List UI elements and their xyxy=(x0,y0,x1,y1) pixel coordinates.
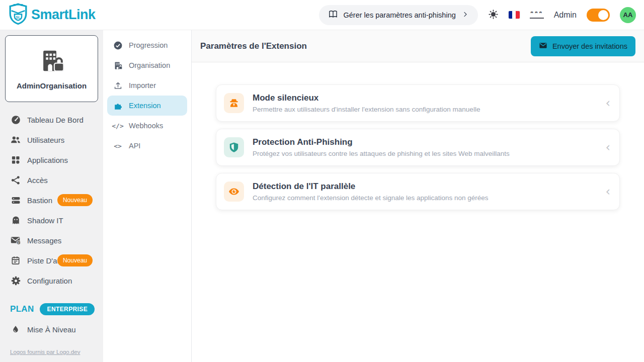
subnav-item-label: API xyxy=(129,142,140,150)
plan-row: PLAN ENTERPRISE xyxy=(5,299,98,319)
sidebar-item-label: Accès xyxy=(27,176,48,185)
sidebar-item-tableau-de-bord[interactable]: Tableau De Bord xyxy=(5,110,98,130)
organization-card[interactable]: AdminOrganisation xyxy=(5,35,98,102)
page-title: Paramètres de l'Extension xyxy=(200,41,307,51)
sidebar-item-label: Utilisateurs xyxy=(27,136,64,144)
sidebar-item-label: Bastion xyxy=(27,196,52,205)
french-flag-icon xyxy=(509,11,520,19)
droplet-icon xyxy=(10,324,21,335)
admin-mode-toggle[interactable] xyxy=(587,9,610,22)
shield-icon xyxy=(224,137,244,157)
subnav-item-label: Organisation xyxy=(129,61,170,69)
sidebar-item-configuration[interactable]: Configuration xyxy=(5,270,98,291)
subnav-item-organisation[interactable]: Organisation xyxy=(107,55,187,75)
send-invitations-label: Envoyer des invitations xyxy=(552,42,627,50)
puzzle-icon xyxy=(113,101,123,111)
send-invitations-button[interactable]: Envoyer des invitations xyxy=(531,36,635,56)
gear-icon xyxy=(10,275,21,286)
sidebar-nav: Tableau De Bord Utilisateurs xyxy=(5,110,98,291)
sidebar-item-acces[interactable]: Accès xyxy=(5,170,98,190)
primary-sidebar: AdminOrganisation Tableau De Bord xyxy=(0,30,103,362)
card-protection-anti-phishing[interactable]: Protection Anti-Phishing Protégez vos ut… xyxy=(216,129,620,166)
svg-text:@: @ xyxy=(17,241,20,244)
main-panel: Paramètres de l'Extension Envoyer des in… xyxy=(192,30,644,362)
share-icon xyxy=(10,174,21,186)
smartlink-logo[interactable]: SL SmartLink xyxy=(8,3,96,27)
toggle-knob xyxy=(598,10,608,20)
sidebar-item-piste-audit[interactable]: Piste D'audit Nouveau xyxy=(5,250,98,270)
nouveau-badge: Nouveau xyxy=(57,194,93,206)
upload-icon xyxy=(113,80,123,90)
subnav-item-label: Extension xyxy=(129,102,161,110)
settings-card-list: Mode silencieux Permettre aux utilisateu… xyxy=(192,62,644,362)
eye-icon xyxy=(224,182,244,202)
top-header: SL SmartLink Gérer les paramètres anti-p… xyxy=(0,0,644,30)
ghost-icon xyxy=(10,215,21,226)
password-menu-button[interactable]: *** xyxy=(530,8,544,22)
envelope-icon xyxy=(539,41,547,51)
server-icon xyxy=(10,195,21,206)
main-header: Paramètres de l'Extension Envoyer des in… xyxy=(192,30,644,62)
sidebar-item-label: Mise À Niveau xyxy=(27,325,76,334)
angle-brackets-icon: <> xyxy=(113,141,123,151)
grid-icon xyxy=(10,154,21,165)
card-description: Permettre aux utilisateurs d'installer l… xyxy=(253,106,605,113)
nouveau-badge: Nouveau xyxy=(57,254,93,266)
language-flag-button[interactable] xyxy=(509,8,520,22)
subnav-item-api[interactable]: <> API xyxy=(107,136,187,156)
card-mode-silencieux[interactable]: Mode silencieux Permettre aux utilisateu… xyxy=(216,84,620,122)
admin-label: Admin xyxy=(554,11,577,20)
sidebar-item-bastion[interactable]: Bastion Nouveau xyxy=(5,190,98,210)
chevron-right-icon xyxy=(461,11,469,20)
gauge-icon xyxy=(10,114,21,125)
subnav-item-webhooks[interactable]: </> Webhooks xyxy=(107,116,187,136)
mail-at-icon: @ xyxy=(10,235,21,246)
sidebar-item-mise-a-niveau[interactable]: Mise À Niveau xyxy=(5,319,98,339)
subnav-item-extension[interactable]: Extension xyxy=(107,96,187,116)
sidebar-item-label: Messages xyxy=(27,236,61,245)
sun-icon xyxy=(488,9,499,21)
sidebar-item-applications[interactable]: Applications xyxy=(5,150,98,170)
users-icon xyxy=(10,134,21,145)
subnav-item-progression[interactable]: Progression xyxy=(107,35,187,55)
card-description: Configurez comment l'extension détecte e… xyxy=(253,194,605,202)
spy-icon xyxy=(224,93,244,113)
card-title: Mode silencieux xyxy=(253,93,605,103)
plan-label: PLAN xyxy=(10,304,34,314)
sidebar-item-utilisateurs[interactable]: Utilisateurs xyxy=(5,130,98,150)
open-book-icon xyxy=(328,9,338,21)
svg-text:SL: SL xyxy=(16,15,21,20)
shield-sl-logo-icon: SL xyxy=(8,3,28,27)
card-title: Protection Anti-Phishing xyxy=(253,137,605,147)
sidebar-item-label: Applications xyxy=(27,156,68,164)
sidebar-item-messages[interactable]: @ Messages xyxy=(5,230,98,250)
card-detection-it-parallele[interactable]: Détection de l'IT parallèle Configurez c… xyxy=(216,173,620,210)
card-description: Protégez vos utilisateurs contre les att… xyxy=(253,150,605,157)
sidebar-item-label: Shadow IT xyxy=(27,216,63,225)
subnav-item-label: Importer xyxy=(129,81,156,89)
logo-credit-link[interactable]: Logos fournis par Logo.dev xyxy=(10,349,80,355)
secondary-sidebar: Progression Organisation xyxy=(103,30,192,362)
subnav-item-label: Progression xyxy=(129,41,168,49)
sidebar-item-shadow-it[interactable]: Shadow IT xyxy=(5,210,98,230)
subnav-item-importer[interactable]: Importer xyxy=(107,75,187,96)
sidebar-item-label: Configuration xyxy=(27,277,72,285)
brand-name: SmartLink xyxy=(31,7,96,23)
header-actions: Gérer les paramètres anti-phishing xyxy=(319,5,636,25)
manage-anti-phishing-label: Gérer les paramètres anti-phishing xyxy=(344,11,456,19)
calendar-icon xyxy=(10,255,21,266)
organization-name: AdminOrganisation xyxy=(17,81,87,90)
manage-anti-phishing-button[interactable]: Gérer les paramètres anti-phishing xyxy=(319,5,478,25)
building-lock-icon xyxy=(113,60,123,70)
chevron-left-icon: ‹ xyxy=(605,97,610,109)
building-lock-icon xyxy=(37,47,66,76)
plan-enterprise-badge[interactable]: ENTERPRISE xyxy=(40,303,95,315)
check-circle-icon xyxy=(113,40,123,50)
chevron-left-icon: ‹ xyxy=(605,141,610,153)
card-title: Détection de l'IT parallèle xyxy=(253,182,605,192)
user-avatar[interactable]: AA xyxy=(620,7,636,23)
theme-toggle-button[interactable] xyxy=(488,8,499,22)
sidebar-item-label: Tableau De Bord xyxy=(27,116,84,124)
subnav-item-label: Webhooks xyxy=(129,122,163,130)
code-slash-icon: </> xyxy=(113,121,123,131)
